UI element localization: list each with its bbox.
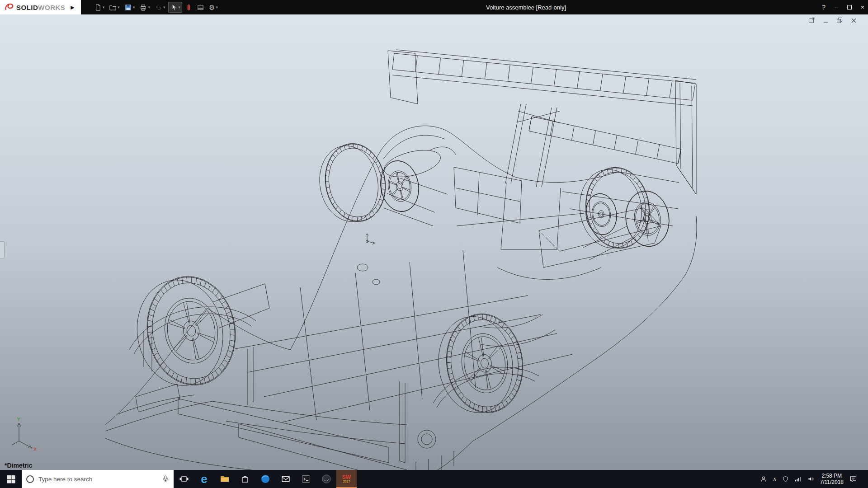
solidworks-taskbar-icon: SW — [342, 475, 351, 480]
solidworks-logo: SOLIDWORKS ▶ — [0, 0, 81, 14]
document-window-controls — [808, 17, 857, 23]
solidworks-mark-icon — [5, 3, 14, 11]
print-dropdown-caret-icon[interactable]: ▾ — [148, 5, 150, 9]
microphone-icon[interactable] — [162, 475, 169, 483]
undo-dropdown-caret-icon[interactable]: ▾ — [163, 5, 165, 9]
search-icon — [26, 475, 34, 483]
gear-icon: ⚙ — [209, 4, 215, 11]
save-button[interactable]: ▾ — [123, 2, 137, 13]
search-input[interactable] — [38, 476, 157, 483]
taskbar-item-app[interactable] — [316, 470, 336, 488]
logo-text: SOLIDWORKS — [16, 4, 65, 11]
dark-circle-app-icon — [321, 474, 332, 484]
system-tray: ∧ 2:58 PM 7/11/2018 — [760, 470, 868, 488]
window-controls: – × — [835, 4, 864, 10]
blue-globe-icon — [260, 474, 271, 484]
security-shield-icon[interactable] — [782, 475, 789, 483]
clock-time: 2:58 PM — [820, 473, 844, 479]
windows-taskbar: e S — [0, 470, 868, 488]
graphics-viewport[interactable]: Y X *Dimetric — [0, 14, 868, 470]
design-table-button[interactable] — [195, 2, 206, 13]
mail-icon — [280, 474, 291, 484]
view-orientation-label: *Dimetric — [5, 462, 32, 469]
hatched-splitter — [178, 399, 407, 470]
help-button[interactable]: ? — [822, 4, 826, 11]
file-explorer-icon — [219, 474, 230, 484]
clock-date: 7/11/2018 — [820, 479, 844, 485]
options-dropdown-caret-icon[interactable]: ▾ — [216, 5, 218, 9]
car-wireframe: Y X — [0, 14, 868, 470]
dock-pane-icon[interactable] — [808, 17, 815, 23]
taskbar-item-browser[interactable] — [255, 470, 275, 488]
doc-close-icon[interactable] — [850, 17, 857, 23]
quick-access-toolbar: ▾ ▾ ▾ ▾ ▾ ▾ ⚙ ▾ — [81, 2, 219, 13]
taskbar-item-edge[interactable]: e — [194, 470, 214, 488]
taskbar-item-solidworks[interactable]: SW 2017 — [336, 470, 357, 488]
store-bag-icon — [240, 474, 250, 484]
new-dropdown-caret-icon[interactable]: ▾ — [103, 5, 105, 9]
menu-expand-arrow-icon[interactable]: ▶ — [68, 5, 77, 10]
select-dropdown-caret-icon[interactable]: ▾ — [178, 5, 180, 9]
hidden-icons-chevron-icon[interactable]: ∧ — [773, 476, 776, 482]
task-view-icon — [179, 474, 189, 484]
edge-icon: e — [201, 473, 207, 485]
taskbar-spacer — [357, 470, 760, 488]
network-icon[interactable] — [794, 475, 802, 483]
titlebar-right-controls: ? – × — [822, 4, 864, 11]
svg-text:X: X — [33, 446, 37, 452]
print-button[interactable]: ▾ — [138, 2, 151, 13]
save-dropdown-caret-icon[interactable]: ▾ — [133, 5, 135, 9]
options-button[interactable]: ⚙ ▾ — [208, 3, 219, 12]
close-button[interactable]: × — [861, 4, 864, 10]
document-title: Voiture assemblee [Read-only] — [486, 4, 566, 11]
feature-tree-flyout-tab[interactable] — [0, 241, 5, 258]
selection-filter-button[interactable] — [184, 2, 193, 13]
command-prompt-icon — [301, 474, 311, 484]
wheels — [129, 139, 673, 418]
solidworks-year-label: 2017 — [343, 480, 350, 483]
app-titlebar: SOLIDWORKS ▶ ▾ ▾ ▾ ▾ ▾ ▾ — [0, 0, 868, 14]
reference-triad: Y X — [12, 417, 37, 452]
car-body — [105, 126, 697, 470]
open-dropdown-caret-icon[interactable]: ▾ — [118, 5, 120, 9]
start-button[interactable] — [0, 470, 22, 488]
taskbar-item-file-explorer[interactable] — [214, 470, 235, 488]
doc-minimize-icon[interactable] — [822, 17, 829, 23]
restore-button[interactable] — [847, 5, 852, 9]
windows-logo-icon — [6, 474, 16, 484]
taskbar-item-mail[interactable] — [275, 470, 296, 488]
taskbar-item-command-prompt[interactable] — [296, 470, 316, 488]
taskbar-item-store[interactable] — [235, 470, 255, 488]
speaker-icon[interactable] — [807, 475, 815, 483]
rear-wing — [388, 50, 696, 194]
minimize-button[interactable]: – — [835, 4, 838, 10]
svg-text:Y: Y — [17, 417, 21, 422]
select-tool-button[interactable]: ▾ — [168, 2, 182, 13]
taskbar-clock[interactable]: 2:58 PM 7/11/2018 — [820, 473, 844, 485]
undo-button[interactable]: ▾ — [153, 2, 167, 13]
people-icon[interactable] — [760, 475, 767, 483]
taskbar-search[interactable] — [22, 470, 174, 488]
task-view-button[interactable] — [174, 470, 194, 488]
origin-marker — [366, 234, 375, 244]
open-document-button[interactable]: ▾ — [108, 2, 121, 13]
new-document-button[interactable]: ▾ — [93, 2, 106, 13]
action-center-icon[interactable] — [849, 475, 858, 483]
doc-restore-icon[interactable] — [836, 17, 843, 23]
